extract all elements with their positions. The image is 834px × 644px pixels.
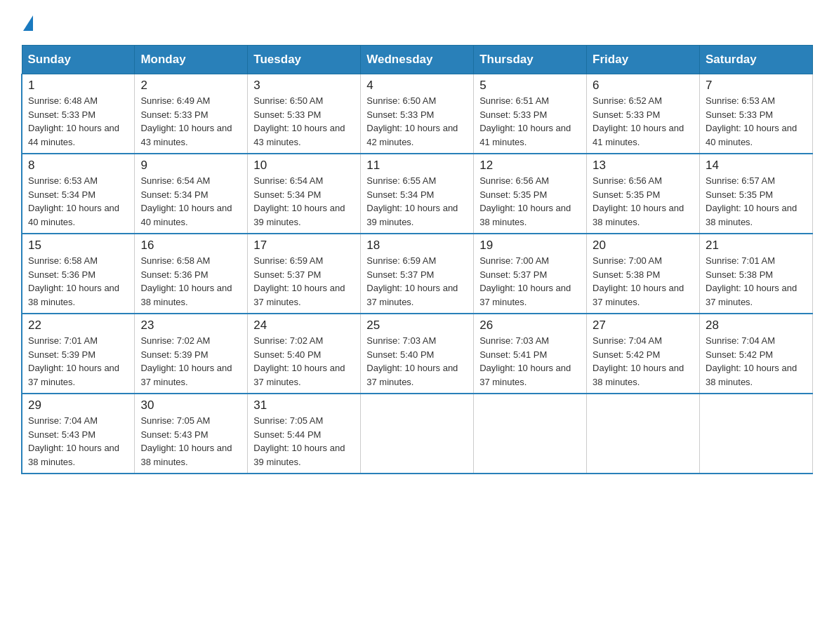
calendar-cell: 2 Sunrise: 6:49 AMSunset: 5:33 PMDayligh… — [135, 74, 248, 154]
day-info: Sunrise: 6:51 AMSunset: 5:33 PMDaylight:… — [479, 95, 571, 147]
day-number: 27 — [593, 318, 694, 333]
day-number: 13 — [593, 159, 694, 173]
day-number: 1 — [28, 79, 128, 93]
calendar-cell: 21 Sunrise: 7:01 AMSunset: 5:38 PMDaylig… — [700, 234, 813, 314]
day-number: 14 — [706, 159, 807, 173]
logo-top — [21, 14, 33, 31]
day-number: 18 — [366, 239, 468, 253]
day-number: 20 — [593, 239, 694, 253]
day-number: 19 — [479, 239, 581, 253]
calendar-cell: 9 Sunrise: 6:54 AMSunset: 5:34 PMDayligh… — [135, 154, 248, 234]
calendar-cell: 22 Sunrise: 7:01 AMSunset: 5:39 PMDaylig… — [22, 314, 135, 394]
day-info: Sunrise: 6:54 AMSunset: 5:34 PMDaylight:… — [253, 175, 345, 227]
calendar-cell: 12 Sunrise: 6:56 AMSunset: 5:35 PMDaylig… — [474, 154, 587, 234]
calendar-cell: 27 Sunrise: 7:04 AMSunset: 5:42 PMDaylig… — [587, 314, 700, 394]
day-number: 30 — [140, 398, 241, 412]
calendar-cell: 26 Sunrise: 7:03 AMSunset: 5:41 PMDaylig… — [474, 314, 587, 394]
weekday-header-saturday: Saturday — [700, 46, 813, 74]
calendar-cell: 29 Sunrise: 7:04 AMSunset: 5:43 PMDaylig… — [22, 394, 135, 474]
day-number: 17 — [253, 239, 355, 253]
calendar-cell: 19 Sunrise: 7:00 AMSunset: 5:37 PMDaylig… — [474, 234, 587, 314]
weekday-header-friday: Friday — [587, 46, 700, 74]
day-info: Sunrise: 7:00 AMSunset: 5:38 PMDaylight:… — [593, 255, 684, 307]
calendar-cell: 6 Sunrise: 6:52 AMSunset: 5:33 PMDayligh… — [587, 74, 700, 154]
calendar-cell: 10 Sunrise: 6:54 AMSunset: 5:34 PMDaylig… — [248, 154, 361, 234]
day-info: Sunrise: 6:57 AMSunset: 5:35 PMDaylight:… — [706, 175, 797, 227]
day-info: Sunrise: 7:04 AMSunset: 5:43 PMDaylight:… — [28, 415, 119, 467]
calendar-cell: 24 Sunrise: 7:02 AMSunset: 5:40 PMDaylig… — [248, 314, 361, 394]
day-number: 16 — [140, 239, 241, 253]
weekday-header-tuesday: Tuesday — [248, 46, 361, 74]
calendar-cell: 4 Sunrise: 6:50 AMSunset: 5:33 PMDayligh… — [361, 74, 474, 154]
calendar-cell: 3 Sunrise: 6:50 AMSunset: 5:33 PMDayligh… — [248, 74, 361, 154]
day-number: 21 — [706, 239, 807, 253]
day-info: Sunrise: 6:59 AMSunset: 5:37 PMDaylight:… — [253, 255, 345, 307]
calendar-cell: 31 Sunrise: 7:05 AMSunset: 5:44 PMDaylig… — [248, 394, 361, 474]
day-number: 2 — [140, 79, 241, 93]
calendar-cell: 28 Sunrise: 7:04 AMSunset: 5:42 PMDaylig… — [700, 314, 813, 394]
day-info: Sunrise: 6:58 AMSunset: 5:36 PMDaylight:… — [28, 255, 119, 307]
calendar-cell: 25 Sunrise: 7:03 AMSunset: 5:40 PMDaylig… — [361, 314, 474, 394]
day-info: Sunrise: 6:54 AMSunset: 5:34 PMDaylight:… — [140, 175, 232, 227]
day-info: Sunrise: 7:02 AMSunset: 5:39 PMDaylight:… — [140, 335, 232, 387]
calendar-cell: 13 Sunrise: 6:56 AMSunset: 5:35 PMDaylig… — [587, 154, 700, 234]
day-info: Sunrise: 6:53 AMSunset: 5:34 PMDaylight:… — [28, 175, 119, 227]
day-info: Sunrise: 6:49 AMSunset: 5:33 PMDaylight:… — [140, 95, 232, 147]
calendar-cell — [587, 394, 700, 474]
weekday-header-sunday: Sunday — [22, 46, 135, 74]
day-number: 5 — [479, 79, 581, 93]
day-info: Sunrise: 7:00 AMSunset: 5:37 PMDaylight:… — [479, 255, 571, 307]
day-number: 9 — [140, 159, 241, 173]
day-info: Sunrise: 7:03 AMSunset: 5:41 PMDaylight:… — [479, 335, 571, 387]
weekday-header-thursday: Thursday — [474, 46, 587, 74]
day-number: 24 — [253, 318, 355, 333]
calendar-cell — [361, 394, 474, 474]
day-number: 31 — [253, 398, 355, 412]
calendar-cell: 17 Sunrise: 6:59 AMSunset: 5:37 PMDaylig… — [248, 234, 361, 314]
day-info: Sunrise: 6:59 AMSunset: 5:37 PMDaylight:… — [366, 255, 458, 307]
day-number: 12 — [479, 159, 581, 173]
weekday-header-monday: Monday — [135, 46, 248, 74]
day-info: Sunrise: 7:01 AMSunset: 5:38 PMDaylight:… — [706, 255, 797, 307]
day-number: 10 — [253, 159, 355, 173]
week-row-4: 22 Sunrise: 7:01 AMSunset: 5:39 PMDaylig… — [22, 314, 813, 394]
day-number: 29 — [28, 398, 128, 412]
day-info: Sunrise: 7:05 AMSunset: 5:44 PMDaylight:… — [253, 415, 345, 467]
day-number: 4 — [366, 79, 468, 93]
day-number: 11 — [366, 159, 468, 173]
calendar-cell — [700, 394, 813, 474]
week-row-1: 1 Sunrise: 6:48 AMSunset: 5:33 PMDayligh… — [22, 74, 813, 154]
day-info: Sunrise: 6:55 AMSunset: 5:34 PMDaylight:… — [366, 175, 458, 227]
day-number: 6 — [593, 79, 694, 93]
day-number: 23 — [140, 318, 241, 333]
day-info: Sunrise: 6:50 AMSunset: 5:33 PMDaylight:… — [253, 95, 345, 147]
calendar-table: SundayMondayTuesdayWednesdayThursdayFrid… — [21, 45, 813, 474]
calendar-cell: 8 Sunrise: 6:53 AMSunset: 5:34 PMDayligh… — [22, 154, 135, 234]
weekday-header-wednesday: Wednesday — [361, 46, 474, 74]
page-header — [21, 14, 813, 31]
calendar-cell: 23 Sunrise: 7:02 AMSunset: 5:39 PMDaylig… — [135, 314, 248, 394]
day-info: Sunrise: 6:53 AMSunset: 5:33 PMDaylight:… — [706, 95, 797, 147]
calendar-cell: 1 Sunrise: 6:48 AMSunset: 5:33 PMDayligh… — [22, 74, 135, 154]
calendar-cell: 5 Sunrise: 6:51 AMSunset: 5:33 PMDayligh… — [474, 74, 587, 154]
calendar-cell: 16 Sunrise: 6:58 AMSunset: 5:36 PMDaylig… — [135, 234, 248, 314]
day-info: Sunrise: 7:02 AMSunset: 5:40 PMDaylight:… — [253, 335, 345, 387]
day-info: Sunrise: 7:03 AMSunset: 5:40 PMDaylight:… — [366, 335, 458, 387]
day-info: Sunrise: 7:04 AMSunset: 5:42 PMDaylight:… — [706, 335, 797, 387]
logo — [21, 14, 33, 31]
calendar-cell — [474, 394, 587, 474]
day-info: Sunrise: 6:52 AMSunset: 5:33 PMDaylight:… — [593, 95, 684, 147]
day-number: 22 — [28, 318, 128, 333]
day-info: Sunrise: 6:56 AMSunset: 5:35 PMDaylight:… — [593, 175, 684, 227]
logo-triangle-icon — [23, 15, 33, 31]
day-info: Sunrise: 6:50 AMSunset: 5:33 PMDaylight:… — [366, 95, 458, 147]
day-info: Sunrise: 7:01 AMSunset: 5:39 PMDaylight:… — [28, 335, 119, 387]
day-number: 26 — [479, 318, 581, 333]
day-number: 7 — [706, 79, 807, 93]
week-row-2: 8 Sunrise: 6:53 AMSunset: 5:34 PMDayligh… — [22, 154, 813, 234]
day-number: 28 — [706, 318, 807, 333]
calendar-cell: 30 Sunrise: 7:05 AMSunset: 5:43 PMDaylig… — [135, 394, 248, 474]
calendar-cell: 20 Sunrise: 7:00 AMSunset: 5:38 PMDaylig… — [587, 234, 700, 314]
day-info: Sunrise: 7:04 AMSunset: 5:42 PMDaylight:… — [593, 335, 684, 387]
day-number: 15 — [28, 239, 128, 253]
